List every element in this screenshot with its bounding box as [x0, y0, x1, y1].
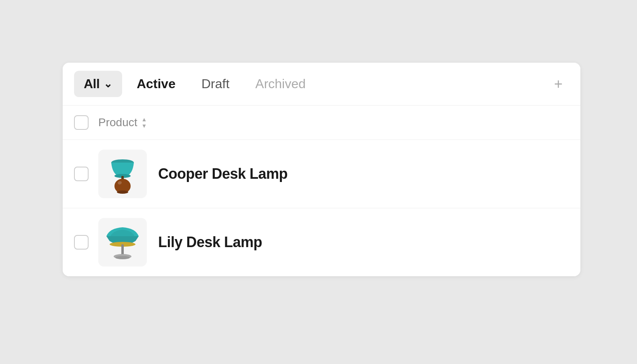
svg-point-4 [117, 190, 128, 194]
plus-icon: + [554, 76, 563, 92]
tab-archived-label: Archived [255, 76, 306, 91]
sort-down-icon: ▼ [142, 123, 147, 129]
select-all-checkbox[interactable] [74, 115, 89, 130]
product-column-header[interactable]: Product ▲ ▼ [98, 116, 147, 129]
product-header-label: Product [98, 116, 138, 129]
table-row: Cooper Desk Lamp [63, 140, 580, 208]
tab-draft-label: Draft [201, 76, 229, 91]
product-name-cooper: Cooper Desk Lamp [158, 165, 288, 182]
row-2-checkbox[interactable] [74, 235, 89, 250]
product-thumbnail-cooper [98, 150, 147, 198]
tab-all[interactable]: All ⌄ [74, 71, 122, 97]
cooper-lamp-image [104, 154, 141, 194]
svg-point-9 [115, 256, 130, 259]
product-thumbnail-lily [98, 218, 147, 267]
page-container: All ⌄ Active Draft Archived + Product [0, 0, 637, 364]
row-1-checkbox[interactable] [74, 167, 89, 181]
tab-archived[interactable]: Archived [244, 71, 317, 97]
sort-icon: ▲ ▼ [142, 116, 147, 129]
table-row: Lily Desk Lamp [63, 208, 580, 276]
svg-rect-7 [121, 244, 124, 256]
table-header-row: Product ▲ ▼ [63, 106, 580, 140]
tab-active[interactable]: Active [125, 71, 187, 97]
lily-lamp-image [102, 220, 143, 265]
tab-add-button[interactable]: + [548, 74, 569, 95]
tab-bar: All ⌄ Active Draft Archived + [63, 63, 580, 106]
product-name-lily: Lily Desk Lamp [158, 234, 262, 251]
tab-active-label: Active [137, 76, 176, 91]
chevron-down-icon: ⌄ [104, 78, 112, 90]
sort-up-icon: ▲ [142, 116, 147, 122]
product-list-card: All ⌄ Active Draft Archived + Product [63, 63, 580, 276]
tab-all-label: All [84, 76, 99, 91]
tab-draft[interactable]: Draft [190, 71, 241, 97]
